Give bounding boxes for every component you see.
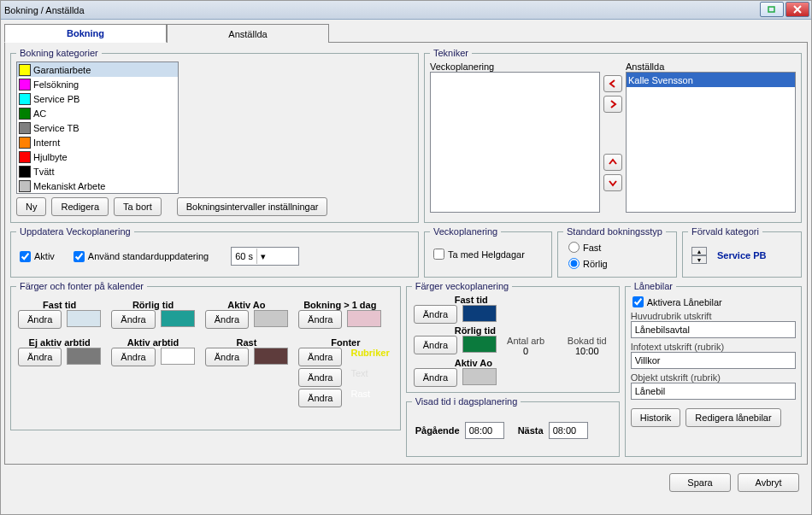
veckoplanering-label: Veckoplanering [430, 61, 600, 72]
categories-legend: Bokning kategorier [16, 48, 102, 58]
visad-tid-group: Visad tid i dagsplanering Pågående Nästa [406, 396, 620, 457]
wc-aktiv-ao-label: Aktiv Ao [455, 358, 612, 368]
object-input[interactable] [631, 383, 796, 400]
change-ej-aktiv-color-button[interactable]: Ändra [18, 348, 62, 366]
active-checkbox[interactable]: Aktiv [20, 251, 55, 262]
chevron-down-icon: ▾ [256, 249, 270, 264]
change-font-rubriker-button[interactable]: Ändra [298, 348, 342, 366]
veckoplanering-listbox[interactable] [430, 72, 600, 213]
booking-type-legend: Standard bokningsstyp [563, 226, 666, 237]
change-font-rast-button[interactable]: Ändra [298, 389, 342, 407]
antal-arb-value: 0 [507, 346, 544, 356]
category-item: Service PB [17, 91, 178, 106]
week-colors-group: Färger veckoplanering Fast tid Ändra Rör… [406, 281, 620, 393]
change-font-text-button[interactable]: Ändra [298, 368, 342, 387]
tab-bokning[interactable]: Bokning [4, 24, 167, 43]
interval-combo[interactable]: 60 s ▾ [231, 247, 299, 266]
ongoing-label: Pågående [415, 425, 460, 436]
antal-arb-label: Antal arb [507, 336, 544, 346]
arrow-down-button[interactable] [603, 174, 622, 191]
tab-label: Anställda [228, 29, 267, 39]
include-holidays-checkbox[interactable]: Ta med Helgdagar [433, 249, 525, 260]
window: Bokning / Anställda Bokning Anställda Bo… [0, 0, 812, 515]
preselected-legend: Förvald kategori [688, 226, 762, 237]
wc-change-rorlig-button[interactable]: Ändra [414, 336, 457, 354]
booking-gt-label: Bokning > 1 dag [298, 300, 381, 310]
infotext-label: Infotext utskrift (rubrik) [631, 342, 796, 352]
category-item: Hjulbyte [17, 149, 178, 164]
main-heading-label: Huvudrubrik utskrift [631, 311, 796, 321]
cal-colors-legend: Färger och fonter på kalender [16, 281, 147, 291]
arrow-left-button[interactable] [603, 75, 622, 92]
calendar-colors-group: Färger och fonter på kalender Fast tid Ä… [10, 281, 401, 430]
restore-icon[interactable] [760, 2, 784, 17]
category-item: Internt [17, 135, 178, 149]
fast-radio[interactable]: Fast [568, 242, 601, 253]
change-aktiv-arb-color-button[interactable]: Ändra [111, 348, 155, 366]
categories-listbox[interactable]: Garantiarbete Felsökning Service PB AC S… [16, 61, 179, 194]
titlebar: Bokning / Anställda [1, 1, 811, 20]
interval-settings-button[interactable]: Bokningsintervaller inställningar [177, 197, 328, 216]
wc-fast-label: Fast tid [455, 295, 612, 305]
category-item: Garantiarbete [17, 62, 178, 77]
categories-group: Bokning kategorier Garantiarbete Felsökn… [10, 48, 419, 223]
lanebilar-group: Lånebilar Aktivera Lånebilar Huvudrubrik… [625, 281, 802, 457]
svg-rect-0 [768, 7, 774, 12]
rorlig-radio[interactable]: Rörlig [568, 258, 608, 269]
history-button[interactable]: Historik [631, 408, 681, 427]
delete-button[interactable]: Ta bort [114, 197, 162, 216]
new-button[interactable]: Ny [16, 197, 46, 216]
next-input[interactable] [549, 422, 588, 439]
week-colors-legend: Färger veckoplanering [412, 281, 512, 291]
window-title: Bokning / Anställda [4, 5, 85, 15]
edit-lanebilar-button[interactable]: Redigera lånebilar [685, 408, 780, 427]
ongoing-input[interactable] [465, 422, 504, 439]
wc-change-aktiv-ao-button[interactable]: Ändra [414, 368, 457, 387]
save-button[interactable]: Spara [669, 473, 731, 492]
tab-anstallda[interactable]: Anställda [167, 24, 329, 43]
anstallda-listbox[interactable]: Kalle Svensson [626, 72, 796, 213]
lanebilar-legend: Lånebilar [631, 281, 676, 291]
rast-label: Rast [205, 337, 288, 348]
wc-change-fast-button[interactable]: Ändra [414, 305, 457, 324]
change-aktiv-ao-color-button[interactable]: Ändra [205, 310, 249, 329]
font-rast: Rast [347, 389, 374, 407]
category-item: Felsökning [17, 77, 178, 91]
tekniker-legend: Tekniker [430, 48, 472, 58]
category-item: Service TB [17, 120, 178, 135]
close-icon[interactable] [786, 2, 809, 17]
category-item: Tvätt [17, 164, 178, 178]
activate-lanebilar-checkbox[interactable]: Aktivera Lånebilar [633, 296, 722, 307]
object-label: Objekt utskrift (rubrik) [631, 372, 796, 383]
bokad-label: Bokad tid [568, 336, 607, 346]
change-booking-gt-color-button[interactable]: Ändra [298, 310, 342, 329]
infotext-input[interactable] [631, 352, 796, 369]
employee-item: Kalle Svensson [627, 73, 795, 87]
arrow-up-button[interactable] [603, 154, 622, 171]
anstallda-label: Anställda [626, 61, 796, 72]
weekupdate-legend: Uppdatera Veckoplanering [16, 226, 134, 237]
category-item: AC [17, 106, 178, 120]
rorlig-label: Rörlig tid [111, 300, 194, 310]
weekupdate-group: Uppdatera Veckoplanering Aktiv Använd st… [10, 226, 419, 278]
category-item: Mekaniskt Arbete [17, 178, 178, 193]
tekniker-group: Tekniker Veckoplanering [424, 48, 802, 223]
preselected-group: Förvald kategori ▲▼ Service PB [682, 226, 802, 278]
fonts-label: Fonter [298, 337, 393, 348]
booking-type-group: Standard bokningsstyp Fast Rörlig [557, 226, 677, 278]
use-default-checkbox[interactable]: Använd standarduppdatering [74, 251, 209, 262]
change-rast-color-button[interactable]: Ändra [205, 348, 249, 366]
category-spinner[interactable]: ▲▼ [691, 247, 707, 264]
arrow-right-button[interactable] [603, 96, 622, 113]
veckoplanering-legend: Veckoplanering [430, 226, 501, 237]
edit-button[interactable]: Redigera [51, 197, 109, 216]
change-rorlig-color-button[interactable]: Ändra [111, 310, 155, 329]
next-label: Nästa [518, 425, 544, 436]
preselected-value: Service PB [717, 250, 766, 260]
bokad-value: 10:00 [568, 346, 607, 356]
cancel-button[interactable]: Avbryt [738, 473, 799, 492]
main-heading-input[interactable] [631, 321, 796, 338]
tab-label: Bokning [67, 28, 104, 38]
visad-tid-legend: Visad tid i dagsplanering [412, 396, 521, 407]
change-fast-color-button[interactable]: Ändra [18, 310, 62, 329]
